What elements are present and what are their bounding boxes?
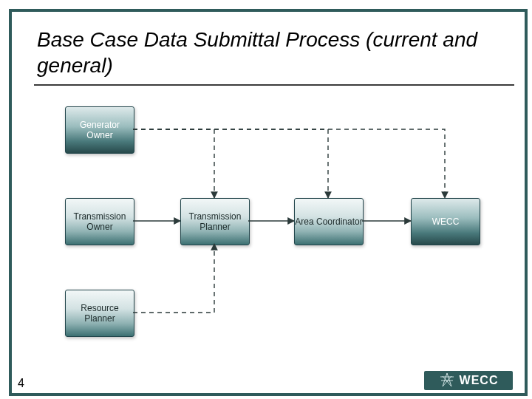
slide-title: Base Case Data Submittal Process (curren… bbox=[37, 27, 495, 78]
page-number: 4 bbox=[18, 377, 24, 390]
node-wecc: WECC bbox=[411, 198, 480, 245]
brand-logo: WECC bbox=[424, 371, 513, 390]
brand-text: WECC bbox=[460, 374, 499, 387]
title-underline bbox=[34, 84, 514, 86]
node-ac: Area Coordinator bbox=[294, 198, 364, 245]
slide-frame: Base Case Data Submittal Process (curren… bbox=[9, 9, 528, 396]
tower-icon bbox=[439, 372, 455, 389]
footer: 4 WECC bbox=[12, 372, 525, 393]
node-to: Transmission Owner bbox=[65, 198, 134, 245]
node-tp: Transmission Planner bbox=[180, 198, 250, 245]
node-go: Generator Owner bbox=[65, 106, 134, 154]
node-rp: Resource Planner bbox=[65, 290, 134, 337]
